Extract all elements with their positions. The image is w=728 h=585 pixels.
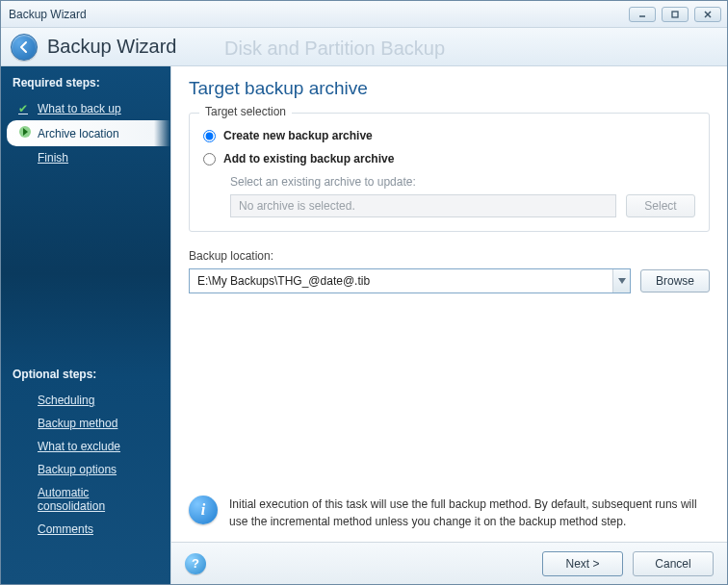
main-panel: Target backup archive Target selection C…	[170, 66, 727, 584]
backup-wizard-window: Backup Wizard Backup Wizard Disk and Par…	[0, 0, 728, 585]
select-archive-button: Select	[626, 194, 695, 217]
step-comments[interactable]: Comments	[1, 518, 170, 541]
radio-label: Create new backup archive	[223, 129, 373, 142]
radio-add-existing-input[interactable]	[203, 153, 216, 165]
step-label: Backup options	[38, 463, 117, 476]
existing-archive-field: No archive is selected.	[230, 194, 616, 217]
step-label: What to back up	[38, 102, 121, 115]
step-label: What to exclude	[38, 440, 120, 453]
step-backup-options[interactable]: Backup options	[1, 458, 170, 481]
arrow-right-icon	[18, 125, 30, 141]
radio-create-new[interactable]: Create new backup archive	[203, 129, 695, 142]
sidebar: Required steps: ✔ What to back up Archiv…	[1, 66, 170, 584]
chevron-down-icon[interactable]	[612, 269, 630, 292]
cancel-button[interactable]: Cancel	[633, 551, 714, 576]
ghost-text: Disk and Partition Backup	[224, 38, 445, 60]
step-what-to-exclude[interactable]: What to exclude	[1, 435, 170, 458]
radio-create-new-input[interactable]	[203, 130, 216, 142]
required-steps-title: Required steps:	[1, 70, 170, 97]
existing-sublabel: Select an existing archive to update:	[230, 175, 695, 189]
step-archive-location[interactable]: Archive location	[7, 120, 170, 146]
backup-location-label: Backup location:	[189, 249, 710, 263]
window-title: Backup Wizard	[7, 8, 629, 21]
info-text: Initial execution of this task will use …	[229, 496, 710, 530]
check-icon: ✔	[18, 102, 30, 115]
step-label: Backup method	[38, 417, 117, 430]
radio-label: Add to existing backup archive	[223, 152, 394, 165]
radio-add-existing[interactable]: Add to existing backup archive	[203, 152, 695, 165]
next-button[interactable]: Next >	[542, 551, 623, 576]
step-label: Comments	[38, 522, 93, 536]
optional-steps-title: Optional steps:	[1, 362, 170, 389]
svg-rect-1	[672, 12, 678, 17]
minimize-button[interactable]	[629, 7, 656, 22]
backup-location-combo[interactable]	[189, 268, 631, 293]
footer: ? Next > Cancel	[171, 542, 727, 584]
maximize-button[interactable]	[662, 7, 689, 22]
step-finish[interactable]: Finish	[1, 146, 170, 169]
step-automatic-consolidation[interactable]: Automatic consolidation	[1, 481, 170, 518]
close-button[interactable]	[694, 7, 721, 22]
group-legend: Target selection	[199, 105, 292, 118]
titlebar: Backup Wizard	[1, 1, 727, 28]
header-title: Backup Wizard	[47, 36, 177, 58]
step-label: Scheduling	[38, 394, 94, 407]
back-button[interactable]	[11, 34, 38, 61]
step-backup-method[interactable]: Backup method	[1, 412, 170, 435]
step-label: Archive location	[38, 127, 119, 140]
step-what-to-back-up[interactable]: ✔ What to back up	[1, 97, 170, 120]
browse-button[interactable]: Browse	[640, 269, 710, 292]
target-selection-group: Target selection Create new backup archi…	[189, 113, 710, 232]
backup-location-input[interactable]	[190, 269, 612, 292]
wizard-header: Backup Wizard Disk and Partition Backup	[1, 28, 727, 66]
step-label: Finish	[38, 151, 68, 165]
step-label: Automatic consolidation	[38, 486, 143, 513]
help-icon[interactable]: ?	[185, 553, 206, 574]
page-title: Target backup archive	[189, 78, 710, 99]
info-row: i Initial execution of this task will us…	[189, 496, 710, 542]
step-scheduling[interactable]: Scheduling	[1, 389, 170, 412]
info-icon: i	[189, 496, 218, 524]
